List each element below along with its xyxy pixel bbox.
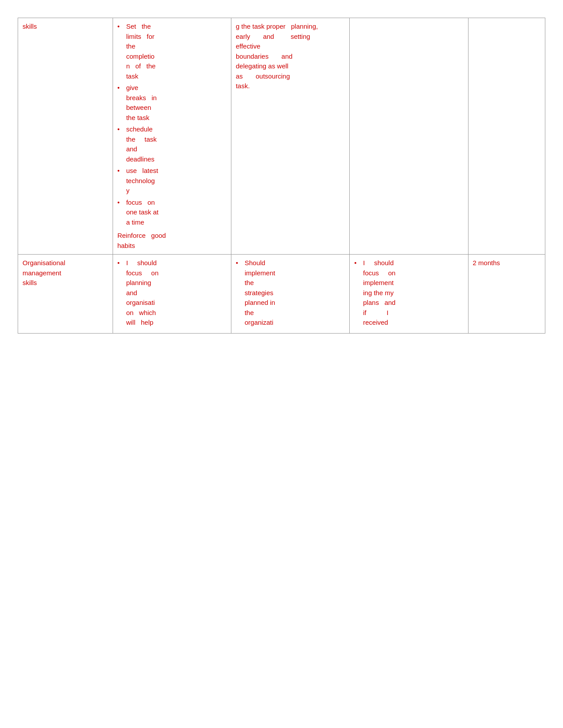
- cell-col5-org: 2 months: [468, 255, 545, 334]
- cell-col2-org: I should focus on planning and organisat…: [113, 255, 231, 334]
- cell-col1-org: Organisational management skills: [18, 255, 113, 334]
- cell-col4-org: I should focus on implement ing the my p…: [350, 255, 468, 334]
- cell-col3-skills: g the task proper planning, early and se…: [231, 18, 349, 255]
- org-col2-list: I should focus on planning and organisat…: [117, 258, 227, 328]
- org-col3-list: Should implement the strategies planned …: [236, 258, 345, 328]
- org-label-line1: Organisational: [23, 259, 65, 266]
- cell-col5-skills: [468, 18, 545, 255]
- org-col4-list: I should focus on implement ing the my p…: [354, 258, 463, 328]
- org-label-line3: skills: [23, 279, 37, 286]
- cell-col3-org: Should implement the strategies planned …: [231, 255, 349, 334]
- org-label-line2: management: [23, 269, 61, 277]
- list-item: focus onone task ata time: [117, 198, 227, 228]
- list-item: I should focus on planning and organisat…: [117, 258, 227, 328]
- table-row: Organisational management skills I shoul…: [18, 255, 545, 334]
- col3-skills-text: g the task proper planning, early and se…: [236, 23, 318, 90]
- cell-col2-skills: Set thelimits forthecompletion of thetas…: [113, 18, 231, 255]
- list-item: Should implement the strategies planned …: [236, 258, 345, 328]
- list-item: givebreaks inbetweenthe task: [117, 83, 227, 123]
- skills-bullets-list: Set thelimits forthecompletion of thetas…: [117, 22, 227, 227]
- list-item: Set thelimits forthecompletion of thetas…: [117, 22, 227, 81]
- list-item: I should focus on implement ing the my p…: [354, 258, 463, 328]
- list-item: use latesttechnology: [117, 166, 227, 196]
- reinforce-text: Reinforce goodhabits: [117, 231, 227, 251]
- table-row: skills Set thelimits forthecompletion of…: [18, 18, 545, 255]
- main-table: skills Set thelimits forthecompletion of…: [18, 18, 545, 334]
- org-duration: 2 months: [473, 259, 500, 266]
- cell-col4-skills: [350, 18, 468, 255]
- skills-label: skills: [23, 23, 37, 30]
- list-item: schedulethe taskanddeadlines: [117, 124, 227, 164]
- cell-col1-skills: skills: [18, 18, 113, 255]
- page: skills Set thelimits forthecompletion of…: [18, 18, 545, 334]
